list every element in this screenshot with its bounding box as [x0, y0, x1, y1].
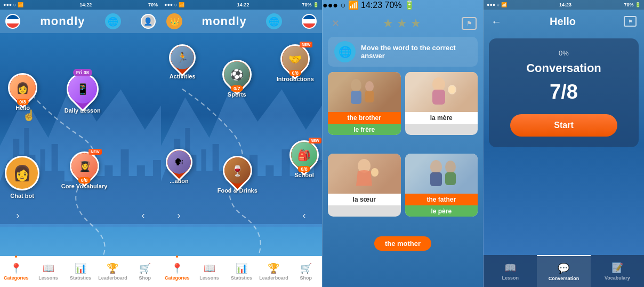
- pin-hello[interactable]: 👩 0/8 Hello: [8, 73, 37, 111]
- nav-arrow-left-2[interactable]: ‹: [302, 209, 306, 221]
- nav-leaderboard-2[interactable]: 🏆 Leaderboard: [257, 262, 289, 281]
- nav-lesson-4[interactable]: 📖 Lesson: [484, 255, 537, 287]
- nav-arrow-right-2[interactable]: ›: [177, 209, 181, 221]
- pin-school-progress: 0/8: [298, 166, 310, 172]
- hello-title: Hello: [550, 15, 576, 28]
- svg-rect-1: [351, 91, 361, 104]
- pin-food[interactable]: 🍷 Food & Drinks: [218, 156, 257, 194]
- top-bar-2: 👑 mondly 🌐: [161, 10, 322, 33]
- svg-point-10: [430, 160, 442, 174]
- pin-intro-progress: 0/8: [289, 70, 302, 76]
- pin-ation[interactable]: 🗣 ...ation: [166, 149, 192, 184]
- pin-core-vocabulary[interactable]: 👩‍🎓 0/8 New Core Vocabulary: [61, 152, 108, 189]
- lessons-icon-1: 📖: [43, 262, 54, 274]
- hello-top-bar: ← Hello ⚑: [484, 10, 644, 33]
- status-time-3: 14:23: [361, 1, 382, 10]
- card-sister[interactable]: la sœur: [328, 154, 401, 217]
- status-bar-3: ●●● ○ 📶 14:23 70% 🔋: [323, 0, 483, 10]
- logo-1: mondly: [40, 14, 85, 28]
- status-battery-3: 70% 🔋: [385, 1, 415, 10]
- status-bar-4: ●●● ○ 📶 14:23 70% 🔋: [484, 0, 644, 10]
- floating-word-container[interactable]: the mother: [323, 231, 483, 258]
- pin-core-progress: 0/8: [78, 177, 91, 184]
- globe-icon-1[interactable]: 🌐: [105, 13, 121, 29]
- brother-svg: [343, 75, 385, 109]
- card-brother[interactable]: the brother le frère: [328, 72, 401, 135]
- nav-lessons-1[interactable]: 📖 Lessons: [32, 262, 64, 281]
- shop-icon-1: 🛒: [139, 262, 151, 274]
- card-sister-bottom-label: la sœur: [328, 194, 401, 205]
- score-display: 7/8: [497, 81, 631, 103]
- svg-point-12: [445, 161, 456, 173]
- nav-shop-1[interactable]: 🛒 Shop: [129, 262, 161, 281]
- svg-point-4: [432, 77, 445, 91]
- back-button[interactable]: ←: [491, 15, 502, 28]
- shop-label-2: Shop: [300, 275, 312, 281]
- statistics-icon-1: 📊: [75, 262, 86, 274]
- shop-icon-2: 🛒: [300, 262, 312, 274]
- pin-sports[interactable]: ⚽ 0/7 Sports: [222, 60, 252, 98]
- crown-icon-2[interactable]: 👑: [166, 13, 182, 29]
- lessons-icon-2: 📖: [204, 262, 215, 274]
- quiz-header: ✕ ★ ★ ★ ⚑: [323, 10, 483, 37]
- conversation-icon-4: 💬: [558, 262, 569, 274]
- pin-school[interactable]: 🎒 0/8 New School: [289, 140, 319, 178]
- nav-categories-2[interactable]: 📍 Categories: [161, 262, 193, 281]
- vocabulary-icon-4: 📝: [611, 262, 623, 274]
- nav-shop-2[interactable]: 🛒 Shop: [290, 262, 322, 281]
- nav-conversation-4[interactable]: 💬 Conversation: [537, 255, 590, 287]
- pin-chatbot[interactable]: 👩 Chat bot: [5, 156, 39, 199]
- card-mother-image: [405, 72, 478, 112]
- svg-point-9: [371, 168, 379, 177]
- flag-button[interactable]: ⚑: [462, 17, 477, 30]
- card-brother-image: [328, 72, 401, 112]
- floating-word-chip[interactable]: the mother: [374, 236, 431, 251]
- bottom-nav-1: 📍 Categories 📖 Lessons 📊 Statistics 🏆 Le…: [0, 256, 161, 287]
- card-mother[interactable]: la mère: [405, 72, 478, 135]
- pin-hello-progress: 0/8: [17, 99, 29, 105]
- nav-lessons-2[interactable]: 📖 Lessons: [193, 262, 225, 281]
- nav-categories-1[interactable]: 📍 Categories: [0, 262, 32, 281]
- nav-statistics-2[interactable]: 📊 Statistics: [226, 262, 257, 281]
- cards-grid: the brother le frère la mère: [323, 72, 483, 231]
- pin-introductions[interactable]: 🤝 0/8 New Introductions: [277, 44, 314, 82]
- nav-arrow-right-1[interactable]: ‹: [141, 209, 145, 221]
- nav-leaderboard-1[interactable]: 🏆 Leaderboard: [96, 262, 128, 281]
- categories-icon-1: 📍: [10, 262, 22, 274]
- flag-button-4[interactable]: ⚑: [624, 16, 637, 27]
- status-time-4: 14:23: [559, 2, 571, 7]
- quiz-content: ✕ ★ ★ ★ ⚑ 🌐 Move the word to the correct…: [323, 10, 483, 261]
- profile-icon-1[interactable]: 👤: [141, 14, 156, 29]
- status-battery-4: 70% 🔋: [624, 2, 641, 7]
- star-3: ★: [410, 17, 421, 30]
- globe-icon-2[interactable]: 🌐: [266, 13, 282, 29]
- percent-display: 0%: [497, 49, 631, 57]
- stars-row: ★ ★ ★: [383, 17, 421, 30]
- nav-arrow-left-1[interactable]: ›: [16, 209, 20, 221]
- logo-2: mondly: [202, 14, 247, 28]
- start-button[interactable]: Start: [510, 114, 617, 137]
- pin-core-new-badge: New: [88, 149, 101, 155]
- close-button[interactable]: ✕: [329, 17, 342, 30]
- leaderboard-icon-2: 🏆: [268, 262, 279, 274]
- star-2: ★: [397, 17, 407, 30]
- pin-daily-lesson[interactable]: 📱 Fri 08 Daily Lesson: [65, 73, 101, 114]
- card-sister-image: [328, 154, 401, 194]
- vocabulary-label-4: Vocabulary: [605, 275, 630, 281]
- nav-vocabulary-4[interactable]: 📝 Vocabulary: [591, 255, 644, 287]
- conversation-card: 0% Conversation 7/8 Start: [489, 38, 639, 147]
- nav-statistics-1[interactable]: 📊 Statistics: [65, 262, 96, 281]
- status-battery-2: 70% 🔋: [302, 2, 319, 7]
- flag-icon-2[interactable]: [302, 14, 317, 29]
- instruction-bar: 🌐 Move the word to the correct answer: [328, 37, 478, 67]
- svg-point-7: [449, 86, 455, 93]
- categories-icon-2: 📍: [171, 262, 183, 274]
- status-bar-2: ●●● ○ 📶 14:22 70% 🔋: [161, 0, 322, 10]
- pin-intro-new: New: [300, 42, 312, 47]
- flag-icon-1[interactable]: [5, 14, 20, 29]
- pin-activities[interactable]: 🏃 Activities: [169, 44, 196, 79]
- hello-bottom-nav: 📖 Lesson 💬 Conversation 📝 Vocabulary: [484, 255, 644, 287]
- lessons-label-2: Lessons: [199, 275, 219, 281]
- status-bar-1: ●●● ○ 📶 14:22 70%: [0, 0, 161, 10]
- card-father[interactable]: the father le père: [405, 154, 478, 217]
